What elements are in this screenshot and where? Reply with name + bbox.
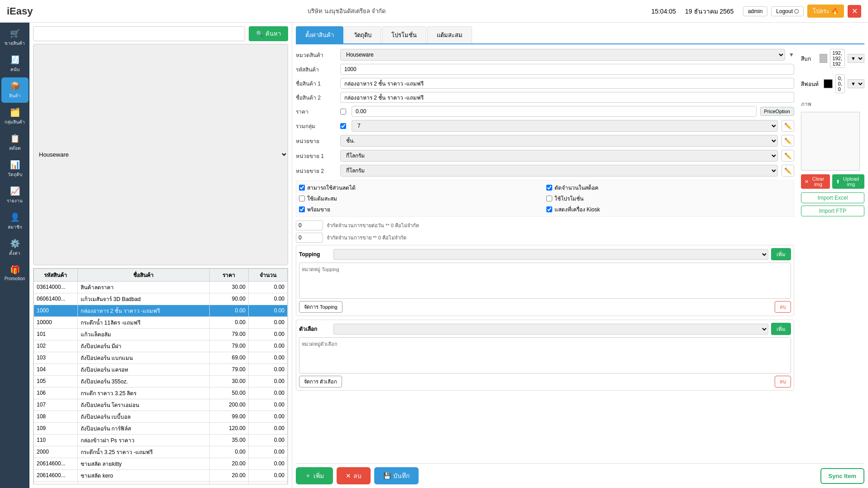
- price-checkbox[interactable]: [340, 109, 346, 115]
- topping-add-button[interactable]: เพิ่ม: [771, 248, 791, 260]
- cb-ready[interactable]: [299, 206, 305, 212]
- tab-promotion[interactable]: โปรโมชั่น: [382, 26, 426, 43]
- search-input[interactable]: [33, 26, 245, 41]
- topping-view-button[interactable]: จัดการ Topping: [299, 301, 342, 313]
- bundle-edit-button[interactable]: ✏️: [781, 120, 794, 132]
- sidebar-item-settings[interactable]: ⚙️ ตั้งค่า: [1, 235, 29, 260]
- selector-view-button[interactable]: จัดการ ตัวเลือก: [299, 376, 342, 388]
- sidebar-item-sell[interactable]: 🛒 ขายสินค้า: [1, 25, 29, 50]
- table-row[interactable]: 20614600... ซามสลัด kero 20.00 0.00: [34, 469, 288, 481]
- sidebar-label-product: สินค้า: [9, 92, 21, 99]
- table-row[interactable]: 102 ถังป๊อปคอร์น มีฝา 79.00 0.00: [34, 340, 288, 352]
- table-row[interactable]: 104 ถังป๊อปคอร์น แครอท 79.00 0.00: [34, 364, 288, 375]
- unit1-edit-button[interactable]: ✏️: [781, 150, 794, 162]
- cb-kiosk[interactable]: [546, 206, 552, 212]
- sidebar-item-ingredient[interactable]: 📊 วัตถุดิบ: [1, 156, 29, 182]
- sidebar-item-report[interactable]: 📈 รายงาน: [1, 182, 29, 208]
- delete-product-button[interactable]: ✕ ลบ: [337, 467, 371, 484]
- qty-limit1-input[interactable]: [296, 220, 323, 230]
- import-ftp-button[interactable]: Import FTP: [801, 206, 864, 216]
- name2-field[interactable]: [340, 92, 794, 103]
- cb-discount[interactable]: [299, 185, 305, 191]
- sidebar-item-bill[interactable]: 🧾 คนับ: [1, 51, 29, 77]
- unit-label: หน่วยขาย: [296, 137, 337, 145]
- search-button[interactable]: 🔍 ค้นหา: [249, 26, 288, 41]
- table-row[interactable]: 03614000... สินค้าลดราคา 30.00 0.00: [34, 281, 288, 293]
- table-row[interactable]: 101 แก้วแล็คอลัม 79.00 0.00: [34, 328, 288, 340]
- table-row[interactable]: 2000 กระตึกน้ำ 3.25 ราคาว -แถมฟรี 0.00 0…: [34, 446, 288, 458]
- sidebar-item-stock[interactable]: 📋 สต๊อค: [1, 130, 29, 155]
- table-row[interactable]: 105 ถังป๊อปคอร์น 355oz. 30.00 0.00: [34, 375, 288, 387]
- category-select[interactable]: Houseware Food Beverage: [33, 44, 288, 265]
- upload-img-label: Upload img: [841, 176, 861, 187]
- unit-select[interactable]: ชั้น.: [340, 135, 778, 147]
- table-row[interactable]: 103 ถังป๊อปคอร์น แบกแมน 69.00 0.00: [34, 352, 288, 364]
- bundle-select[interactable]: 7: [352, 120, 778, 132]
- tab-product-settings[interactable]: ตั้งค่าสินค้า: [296, 26, 343, 43]
- selector-delete-button[interactable]: ลบ: [775, 376, 791, 388]
- category-field[interactable]: Houseware: [340, 49, 785, 61]
- code-field[interactable]: [340, 64, 794, 75]
- price-option-button[interactable]: PriceOption: [760, 107, 794, 116]
- selector-select[interactable]: [333, 324, 768, 335]
- unit1-select[interactable]: กี่โลกรัม: [340, 150, 778, 162]
- admin-button[interactable]: admin: [743, 6, 768, 16]
- table-row[interactable]: 06061400... แก้วเมสันจาร์ 3D Badbad 90.0…: [34, 293, 288, 305]
- save-label: บันทึก: [393, 471, 410, 481]
- close-button[interactable]: ✕: [848, 5, 861, 18]
- table-row[interactable]: 107 ถังป๊อปคอร์น โคราเอม่อน 200.00 0.00: [34, 399, 288, 411]
- stock-icon: 📋: [10, 134, 20, 144]
- sidebar-label-category: กลุ่มสินค้า: [5, 119, 25, 125]
- import-excel-button[interactable]: Import Excel: [801, 192, 864, 203]
- logout-button[interactable]: Logout ⬡: [771, 6, 804, 16]
- table-row[interactable]: 10000 กระตึกน้ำ 11ลิตร -แถมฟรี 0.00 0.00: [34, 316, 288, 328]
- unit2-edit-button[interactable]: ✏️: [781, 165, 794, 177]
- sidebar-item-product[interactable]: 📦 สินค้า: [1, 77, 29, 103]
- cell-price: 69.00: [209, 352, 248, 364]
- selector-add-button[interactable]: เพิ่ม: [771, 323, 791, 335]
- name1-field[interactable]: [340, 78, 794, 89]
- unit2-select[interactable]: กี่โลกรัม: [340, 165, 778, 177]
- text-color-swatch: [824, 79, 833, 88]
- topping-select[interactable]: [333, 249, 768, 260]
- cell-name: กระตึกน้ำ 11ลิตร -แถมฟรี: [77, 316, 209, 328]
- table-row[interactable]: 109 ถังป๊อปคอร์น การ์ฟิล์ส 120.00 0.00: [34, 422, 288, 434]
- tab-points[interactable]: แต้มสะสม: [427, 26, 472, 43]
- form-left: หมวดสินค้า Houseware ▼ รหัสสินค้า ชื่อสิ…: [296, 49, 794, 394]
- cell-qty: 0.00: [248, 352, 287, 364]
- cb-row-points: ใช้แต้มสะสม: [299, 194, 544, 203]
- cell-name: ถังป๊อปคอร์น 355oz.: [77, 375, 209, 387]
- cb-points[interactable]: [299, 196, 305, 201]
- cb-promo[interactable]: [546, 196, 552, 201]
- upload-img-button[interactable]: ⬆ Upload img: [832, 174, 864, 189]
- tab-ingredients[interactable]: วัตถุดิบ: [344, 26, 381, 43]
- table-row[interactable]: 106 กระตึก ราคาว 3.25 ลิตร 50.00 0.00: [34, 387, 288, 399]
- logout-icon: ⬡: [794, 8, 799, 14]
- price-field[interactable]: [352, 106, 757, 117]
- save-product-button[interactable]: 💾 บันทึก: [374, 467, 419, 484]
- unit-edit-button[interactable]: ✏️: [781, 135, 794, 147]
- table-row[interactable]: 1000 กล่องอาหาร 2 ชั้น ราคาว -แถมฟรี 0.0…: [34, 305, 288, 316]
- sidebar-label-report: รายงาน: [7, 197, 23, 204]
- text-color-dropdown[interactable]: ▼: [848, 79, 864, 88]
- sidebar-item-promotion[interactable]: 🎁 Promotion: [1, 261, 29, 285]
- upload-img-icon: ⬆: [836, 179, 840, 185]
- add-product-button[interactable]: ＋ เพิ่ม: [296, 467, 333, 484]
- bg-color-dropdown[interactable]: ▼: [848, 54, 864, 63]
- sidebar-item-category[interactable]: 🗂️ กลุ่มสินค้า: [1, 104, 29, 129]
- flare-button[interactable]: โปลระ 🔥: [807, 5, 844, 18]
- clear-img-button[interactable]: ✕ Clear img: [801, 174, 830, 189]
- col-header-code: รหัสสินค้า: [34, 268, 78, 281]
- cb-autostock[interactable]: [546, 185, 552, 191]
- table-row[interactable]: 110 กล่องข้าวฝา Ps ราคาว 35.00 0.00: [34, 434, 288, 446]
- table-row[interactable]: 108 ถังป๊อปคอร์น เบบี้บอล 99.00 0.00: [34, 411, 288, 422]
- table-row[interactable]: 20614600... ซามสลัด ลายkitty 20.00 0.00: [34, 458, 288, 469]
- sidebar-item-member[interactable]: 👤 สมาชิก: [1, 209, 29, 234]
- cell-name: ถังป๊อปคอร์น เบบี้บอล: [77, 411, 209, 422]
- cell-code: 20614600...: [34, 481, 78, 484]
- table-row[interactable]: 20614600... แก้ว 16oz. Purin 40.00 0.00: [34, 481, 288, 484]
- bundle-checkbox[interactable]: [340, 123, 346, 129]
- qty-limit2-input[interactable]: [296, 233, 323, 243]
- sync-item-button[interactable]: Sync Item: [820, 468, 864, 484]
- topping-delete-button[interactable]: ลบ: [775, 301, 791, 313]
